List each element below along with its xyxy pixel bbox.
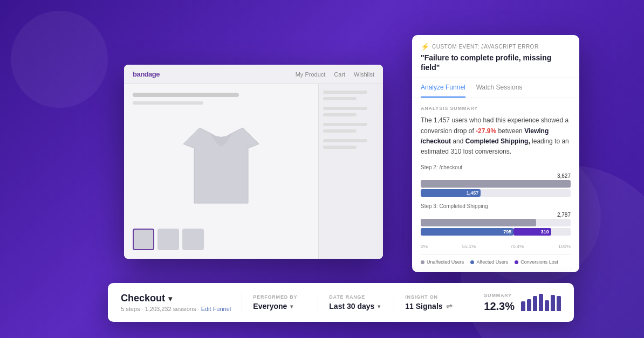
legend-unaffected: Unaffected Users — [421, 259, 464, 265]
performed-by-group: PERFORMED BY Everyone ▾ — [253, 294, 307, 311]
mini-bar-chart — [521, 294, 561, 311]
mini-bar-6 — [551, 295, 555, 311]
legend-dot-gray — [421, 260, 424, 264]
product-main-content — [124, 84, 318, 259]
legend-affected: Affected Users — [470, 259, 508, 265]
tab-analyze-funnel[interactable]: Analyze Funnel — [421, 78, 465, 98]
settings-sliders-icon[interactable]: ⇌ — [446, 302, 453, 311]
step3-bar2-fill: 795 — [421, 228, 513, 236]
sidebar-bar-5 — [323, 123, 367, 126]
nav-item-3: Wishlist — [354, 71, 374, 78]
step3-bar-row: 795 310 — [421, 228, 571, 237]
nav-item-1: My Product — [296, 71, 326, 78]
bg-decoration-3 — [11, 11, 108, 108]
section-label: ANALYSIS SUMMARY — [421, 106, 571, 111]
sidebar-bar-6 — [323, 129, 357, 133]
insight-on-group: INSIGHT ON 11 Signals ⇌ — [405, 294, 459, 311]
funnel-sessions-text: 1,203,232 sessions — [145, 306, 196, 312]
product-subtitle-bar — [133, 101, 203, 105]
performed-by-chevron-icon[interactable]: ▾ — [290, 303, 293, 309]
thumbnail-row — [133, 229, 310, 250]
product-nav: My Product Cart Wishlist — [296, 71, 374, 78]
step2-label: Step 2: /checkout — [421, 164, 571, 170]
event-badge: ⚡ Custom Event: Javascript Error — [421, 43, 571, 51]
product-header: bandage My Product Cart Wishlist — [124, 65, 383, 84]
mini-bar-4 — [539, 294, 543, 311]
legend-label-purple: Conversions Lost — [520, 259, 558, 265]
product-image-container — [133, 109, 310, 222]
funnel-meta: 5 steps · 1,203,232 sessions · Edit Funn… — [121, 306, 231, 312]
axis-70: 70.4% — [510, 244, 524, 249]
date-range-value-row: Last 30 days ▾ — [329, 302, 383, 311]
product-screenshot: bandage My Product Cart Wishlist — [124, 65, 383, 259]
mini-bar-5 — [545, 300, 549, 311]
step2-section: Step 2: /checkout 3,627 1,457 — [421, 164, 571, 197]
tab-watch-sessions[interactable]: Watch Sessions — [476, 78, 523, 98]
divider-2 — [318, 292, 318, 313]
sidebar-bar-7 — [323, 139, 367, 142]
mini-bar-3 — [533, 296, 537, 311]
step2-bar1 — [421, 180, 571, 188]
step3-bar3-label: 310 — [541, 229, 549, 234]
chart-legend: Unaffected Users Affected Users Conversi… — [421, 254, 571, 265]
nav-item-2: Cart — [334, 71, 345, 78]
summary-label: SUMMARY — [484, 293, 515, 298]
sidebar-bar-1 — [323, 91, 367, 94]
insight-on-value: 11 Signals — [405, 302, 442, 311]
funnel-name-text: Checkout — [121, 293, 165, 304]
date-range-value: Last 30 days — [329, 302, 374, 311]
step3-label: Step 3: Completed Shipping — [421, 203, 571, 209]
summary-between: between — [496, 127, 524, 135]
summary-step-b: Completed Shipping, — [465, 137, 530, 145]
product-sidebar — [318, 84, 383, 259]
axis-55: 55.1% — [462, 244, 476, 249]
step3-total-value: 2,787 — [557, 212, 571, 218]
date-range-label: DATE RANGE — [329, 294, 383, 300]
summary-text: The 1,457 users who had this experience … — [421, 115, 571, 157]
funnel-title: Checkout ▾ — [121, 293, 231, 304]
analysis-tabs: Analyze Funnel Watch Sessions — [412, 78, 579, 98]
product-logo: bandage — [133, 70, 160, 78]
step2-bar1-fill — [421, 180, 571, 188]
axis-0: 0% — [421, 244, 428, 249]
step3-bar2-label: 795 — [503, 229, 511, 234]
insight-on-label: INSIGHT ON — [405, 294, 459, 300]
mini-bar-2 — [527, 299, 531, 311]
tshirt-image — [178, 117, 264, 214]
analysis-title: "Failure to complete profile, missing fi… — [421, 53, 571, 72]
sidebar-bar-8 — [323, 146, 357, 149]
summary-group: SUMMARY 12.3% — [484, 293, 561, 313]
summary-negative: -27.9% — [476, 127, 496, 135]
step2-bar2-fill: 1,457 — [421, 189, 481, 197]
thumb-1 — [133, 229, 154, 250]
edit-funnel-link[interactable]: Edit Funnel — [201, 306, 231, 312]
legend-dot-blue — [470, 260, 474, 264]
lightning-icon: ⚡ — [421, 43, 429, 51]
bottom-bar: Checkout ▾ 5 steps · 1,203,232 sessions … — [108, 283, 574, 322]
legend-lost: Conversions Lost — [515, 259, 558, 265]
step3-bar1-fill — [421, 219, 536, 226]
sidebar-bar-3 — [323, 107, 367, 110]
date-range-group: DATE RANGE Last 30 days ▾ — [329, 294, 383, 311]
legend-dot-purple — [515, 260, 518, 264]
summary-percent: 12.3% — [484, 300, 515, 313]
event-label: Custom Event: Javascript Error — [432, 44, 539, 50]
insight-on-value-row: 11 Signals ⇌ — [405, 302, 459, 311]
axis-100: 100% — [558, 244, 571, 249]
legend-label-blue: Affected Users — [476, 259, 508, 265]
divider-3 — [394, 292, 394, 313]
funnel-steps-text: 5 steps — [121, 306, 140, 312]
step2-bar2: 1,457 — [421, 189, 571, 197]
sidebar-bar-4 — [323, 113, 357, 116]
legend-label-gray: Unaffected Users — [427, 259, 464, 265]
step3-section: Step 3: Completed Shipping 2,787 795 310 — [421, 203, 571, 237]
mini-bar-7 — [557, 296, 561, 311]
step2-bar2-label: 1,457 — [467, 190, 479, 196]
summary-label-col: SUMMARY 12.3% — [484, 293, 515, 313]
date-range-chevron-icon[interactable]: ▾ — [378, 303, 380, 309]
mini-bar-1 — [521, 301, 525, 311]
analysis-header: ⚡ Custom Event: Javascript Error "Failur… — [412, 35, 579, 78]
funnel-chevron-icon[interactable]: ▾ — [168, 294, 172, 303]
step3-bar2-track: 795 310 — [421, 228, 571, 236]
axis-labels: 0% 55.1% 70.4% 100% — [421, 244, 571, 249]
